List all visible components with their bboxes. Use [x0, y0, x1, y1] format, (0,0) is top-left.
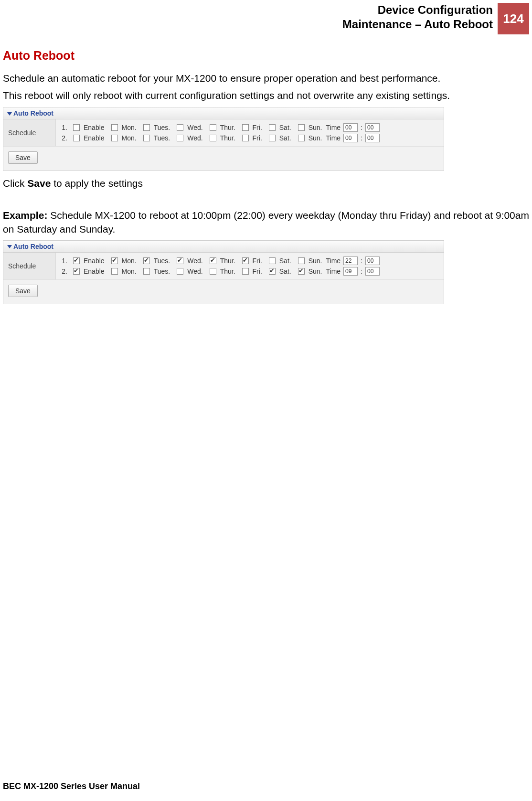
panel-title-bar[interactable]: Auto Reboot — [3, 241, 444, 253]
minute-input[interactable]: 00 — [365, 256, 380, 265]
hour-input[interactable]: 22 — [343, 256, 358, 265]
mon-checkbox[interactable] — [111, 268, 118, 275]
minute-input[interactable]: 00 — [365, 134, 380, 142]
schedule-label: Schedule — [3, 119, 56, 146]
mon-label: Mon. — [122, 257, 137, 265]
enable-checkbox[interactable] — [73, 124, 80, 131]
enable-label: Enable — [84, 134, 105, 142]
fri-checkbox[interactable] — [242, 135, 249, 141]
tue-checkbox[interactable] — [143, 135, 150, 141]
sat-checkbox[interactable] — [269, 268, 276, 275]
tue-checkbox[interactable] — [143, 124, 150, 131]
wed-checkbox[interactable] — [177, 268, 183, 275]
header-line2: Maintenance – Auto Reboot — [342, 17, 493, 32]
sun-checkbox[interactable] — [298, 268, 305, 275]
hour-input[interactable]: 09 — [343, 267, 358, 276]
wed-checkbox[interactable] — [177, 135, 183, 141]
sun-label: Sun. — [309, 124, 322, 131]
enable-checkbox[interactable] — [73, 257, 80, 264]
intro-paragraph-2: This reboot will only reboot with curren… — [3, 88, 529, 103]
sat-label: Sat. — [279, 124, 291, 131]
wed-label: Wed. — [187, 134, 202, 142]
fri-label: Fri. — [253, 257, 262, 265]
thu-checkbox[interactable] — [210, 257, 216, 264]
mon-checkbox[interactable] — [111, 135, 118, 141]
time-colon: : — [361, 267, 362, 275]
sun-label: Sun. — [309, 257, 322, 265]
panel-title-bar[interactable]: Auto Reboot — [3, 107, 444, 119]
wed-checkbox[interactable] — [177, 124, 183, 131]
time-colon: : — [361, 257, 362, 265]
sun-checkbox[interactable] — [298, 135, 305, 141]
page-header: Device Configuration Maintenance – Auto … — [3, 0, 529, 34]
thu-checkbox[interactable] — [210, 135, 216, 141]
enable-checkbox[interactable] — [73, 135, 80, 141]
minute-input[interactable]: 00 — [365, 123, 380, 132]
row-index: 1. — [59, 257, 67, 265]
sat-checkbox[interactable] — [269, 135, 276, 141]
time-label: Time — [326, 134, 341, 142]
save-button[interactable]: Save — [8, 285, 38, 297]
sun-checkbox[interactable] — [298, 257, 305, 264]
panel-title: Auto Reboot — [13, 109, 53, 117]
mon-label: Mon. — [122, 124, 137, 131]
wed-label: Wed. — [187, 267, 202, 275]
fri-label: Fri. — [253, 134, 262, 142]
sat-label: Sat. — [279, 267, 291, 275]
mon-label: Mon. — [122, 267, 137, 275]
wed-label: Wed. — [187, 257, 202, 265]
sat-label: Sat. — [279, 134, 291, 142]
row-index: 2. — [59, 267, 67, 275]
example-body: Schedule MX-1200 to reboot at 10:00pm (2… — [3, 210, 529, 235]
sat-label: Sat. — [279, 257, 291, 265]
tue-checkbox[interactable] — [143, 257, 150, 264]
mon-checkbox[interactable] — [111, 124, 118, 131]
time-label: Time — [326, 124, 341, 131]
footer-text: BEC MX-1200 Series User Manual — [3, 781, 140, 791]
schedule-row-1: 1. Enable Mon. Tues. Wed. Thur. Fri. Sat… — [56, 256, 444, 266]
auto-reboot-panel-2: Auto Reboot Schedule 1. Enable Mon. Tues… — [3, 240, 444, 304]
enable-label: Enable — [84, 257, 105, 265]
enable-checkbox[interactable] — [73, 268, 80, 275]
sat-checkbox[interactable] — [269, 257, 276, 264]
tue-checkbox[interactable] — [143, 268, 150, 275]
time-label: Time — [326, 257, 341, 265]
time-label: Time — [326, 267, 341, 275]
tue-label: Tues. — [154, 257, 170, 265]
sat-checkbox[interactable] — [269, 124, 276, 131]
hour-input[interactable]: 00 — [343, 123, 358, 132]
thu-label: Thur. — [220, 257, 235, 265]
collapse-icon — [7, 112, 12, 116]
thu-checkbox[interactable] — [210, 268, 216, 275]
example-bold: Example: — [3, 210, 47, 221]
sun-checkbox[interactable] — [298, 124, 305, 131]
thu-checkbox[interactable] — [210, 124, 216, 131]
wed-label: Wed. — [187, 124, 202, 131]
row-index: 1. — [59, 124, 67, 131]
minute-input[interactable]: 00 — [365, 267, 380, 276]
click-save-text: Click Save to apply the settings — [3, 178, 529, 189]
click-save-bold: Save — [27, 178, 51, 189]
click-save-post: to apply the settings — [51, 178, 143, 189]
time-colon: : — [361, 134, 362, 142]
schedule-row-1: 1. Enable Mon. Tues. Wed. Thur. Fri. Sat… — [56, 122, 444, 133]
fri-checkbox[interactable] — [242, 124, 249, 131]
fri-checkbox[interactable] — [242, 257, 249, 264]
save-button[interactable]: Save — [8, 151, 38, 164]
hour-input[interactable]: 00 — [343, 134, 358, 142]
auto-reboot-panel-1: Auto Reboot Schedule 1. Enable Mon. Tues… — [3, 107, 444, 171]
schedule-label: Schedule — [3, 253, 56, 279]
example-text: Example: Schedule MX-1200 to reboot at 1… — [3, 208, 529, 236]
enable-label: Enable — [84, 267, 105, 275]
fri-checkbox[interactable] — [242, 268, 249, 275]
row-index: 2. — [59, 134, 67, 142]
time-colon: : — [361, 124, 362, 131]
wed-checkbox[interactable] — [177, 257, 183, 264]
sun-label: Sun. — [309, 134, 322, 142]
panel-title: Auto Reboot — [13, 243, 53, 250]
mon-checkbox[interactable] — [111, 257, 118, 264]
schedule-row-2: 2. Enable Mon. Tues. Wed. Thur. Fri. Sat… — [56, 133, 444, 143]
section-title: Auto Reboot — [3, 49, 529, 63]
intro-paragraph-1: Schedule an automatic reboot for your MX… — [3, 71, 529, 85]
fri-label: Fri. — [253, 267, 262, 275]
